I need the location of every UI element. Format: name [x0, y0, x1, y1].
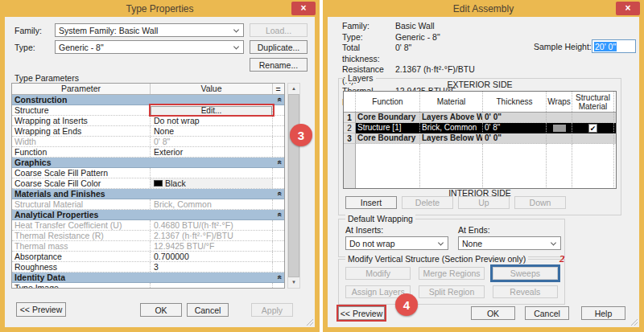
chevron-down-icon — [233, 43, 239, 49]
parameter-name: Thermal mass — [12, 241, 151, 251]
parameter-section-materials-and-finishes[interactable]: Materials and Finishes« — [12, 189, 284, 199]
parameter-row-coarse-scale-fill-color: Coarse Scale Fill ColorBlack — [12, 178, 284, 189]
parameter-value[interactable]: Black — [151, 178, 273, 188]
collapse-chevron-icon[interactable]: « — [275, 275, 283, 280]
equals-cell — [273, 283, 283, 289]
layer-row-1[interactable]: 1Core BoundaryLayers Above Wrap0' 0" — [344, 113, 616, 123]
resize-grip[interactable] — [630, 318, 638, 326]
layer-row-2[interactable]: 2Structure [1]Brick, Common0' 8"✔ — [344, 123, 616, 133]
parameter-row-wrapping-at-ends: Wrapping at EndsNone — [12, 126, 284, 137]
collapse-chevron-icon[interactable]: « — [275, 97, 283, 102]
layer-row-3[interactable]: 3Core BoundaryLayers Below Wrap0' 0" — [344, 133, 616, 144]
preview-toggle-button[interactable]: << Preview — [338, 306, 385, 320]
preview-toggle-button[interactable]: << Preview — [16, 302, 66, 317]
at-inserts-value: Do not wrap — [349, 239, 395, 248]
scrollbar-thumb[interactable] — [288, 94, 299, 277]
parameter-value[interactable]: Exterior — [151, 147, 273, 157]
equals-cell — [273, 252, 283, 261]
edit-structure-button[interactable]: Edit... — [151, 106, 272, 116]
parameter-name: Coarse Scale Fill Pattern — [12, 168, 151, 178]
collapse-chevron-icon[interactable]: « — [275, 212, 283, 217]
scroll-up-icon[interactable]: ▲ — [288, 84, 299, 94]
empty-cell — [344, 144, 356, 189]
merge-regions-button[interactable]: Merge Regions — [419, 267, 484, 280]
delete-button[interactable]: Delete — [402, 196, 453, 209]
parameter-value[interactable]: Edit... — [151, 105, 273, 115]
parameter-value[interactable]: 3 — [151, 262, 273, 272]
parameter-name: Wrapping at Inserts — [12, 116, 151, 125]
parameter-value[interactable]: Do not wrap — [151, 116, 273, 125]
parameter-name: Structural Material — [12, 199, 151, 209]
sample-height-input[interactable]: 20' 0" — [592, 39, 636, 53]
info-row-type: Type: Generic - 8" — [342, 32, 475, 43]
edit-assembly-dialog: Edit Assembly × Family: Basic Wall Type:… — [323, 0, 644, 332]
type-properties-titlebar[interactable]: Type Properties × — [5, 0, 315, 17]
edit-assembly-titlebar[interactable]: Edit Assembly × — [328, 0, 639, 17]
equals-cell — [273, 147, 283, 157]
section-label: Identity Data — [12, 273, 277, 282]
modify-button[interactable]: Modify — [345, 267, 411, 280]
parameter-row-function: FunctionExterior — [12, 147, 284, 158]
ok-button[interactable]: OK — [471, 306, 515, 320]
resize-grip[interactable] — [305, 318, 313, 326]
chevron-down-icon — [551, 240, 556, 245]
parameter-row-wrapping-at-inserts: Wrapping at InsertsDo not wrap — [12, 116, 284, 126]
insert-button[interactable]: Insert — [345, 196, 397, 209]
rename-button[interactable]: Rename... — [250, 58, 308, 72]
dialog-title: Edit Assembly — [453, 3, 514, 14]
apply-button[interactable]: Apply — [251, 303, 293, 317]
structural-material-checkbox[interactable]: ✔ — [588, 124, 597, 133]
parameter-section-identity-data[interactable]: Identity Data« — [12, 273, 284, 283]
empty-cell — [420, 144, 483, 189]
parameter-section-analytical-properties[interactable]: Analytical Properties« — [12, 210, 284, 220]
equals-column-header: = — [273, 84, 283, 94]
close-icon[interactable]: × — [291, 2, 316, 15]
layer-structural-cell — [572, 133, 614, 144]
close-icon[interactable]: × — [616, 2, 640, 15]
layer-wraps-cell — [547, 113, 572, 123]
cancel-button[interactable]: Cancel — [187, 303, 229, 317]
at-ends-select[interactable]: None — [458, 236, 561, 250]
parameter-row-type-image: Type Image — [12, 283, 284, 289]
type-parameters-table: Parameter Value = Construction«Structure… — [11, 83, 303, 289]
equals-cell — [273, 168, 283, 178]
parameter-value[interactable] — [151, 283, 273, 289]
help-button[interactable]: Help — [581, 306, 625, 320]
family-select[interactable]: System Family: Basic Wall — [55, 23, 244, 37]
split-region-button[interactable]: Split Region — [419, 285, 484, 298]
load-button[interactable]: Load... — [250, 23, 308, 37]
thickness-column-header: Thickness — [483, 92, 547, 112]
scroll-down-icon[interactable]: ▼ — [288, 277, 299, 288]
parameter-row-thermal-resistance-r: Thermal Resistance (R)2.1367 (h·ft²·°F)/… — [12, 231, 284, 241]
layers-group: Layers EXTERIOR SIDE Function Material T… — [338, 78, 621, 215]
up-button[interactable]: Up — [458, 196, 510, 209]
row-number-column-header — [344, 92, 356, 112]
wraps-checkbox-disabled — [553, 125, 566, 132]
at-inserts-select[interactable]: Do not wrap — [345, 236, 448, 250]
layer-material: Layers Below Wrap — [420, 133, 483, 144]
parameter-name: Function — [12, 147, 151, 157]
equals-cell — [273, 178, 283, 188]
cancel-button[interactable]: Cancel — [525, 306, 569, 320]
collapse-chevron-icon[interactable]: « — [275, 160, 283, 165]
at-ends-label: At Ends: — [458, 225, 490, 235]
down-button[interactable]: Down — [514, 196, 566, 209]
parameter-value[interactable]: None — [151, 126, 273, 136]
at-ends-value: None — [462, 239, 482, 248]
parameter-value: 2.1367 (h·ft²·°F)/BTU — [151, 231, 273, 240]
collapse-chevron-icon[interactable]: « — [275, 191, 283, 196]
reveals-button[interactable]: Reveals — [493, 285, 558, 298]
parameter-value[interactable] — [151, 168, 273, 178]
ok-button[interactable]: OK — [140, 303, 182, 317]
duplicate-button[interactable]: Duplicate... — [250, 40, 308, 54]
edit-assembly-body: Family: Basic Wall Type: Generic - 8" To… — [328, 17, 639, 327]
parameter-section-graphics[interactable]: Graphics« — [12, 158, 284, 168]
type-select[interactable]: Generic - 8" — [55, 40, 244, 54]
table-header-row: Parameter Value = — [12, 84, 284, 95]
parameter-section-construction[interactable]: Construction« — [12, 95, 284, 105]
table-scrollbar[interactable]: ▲ ▼ — [287, 83, 300, 289]
parameter-row-heat-transfer-coefficient-u: Heat Transfer Coefficient (U)0.4680 BTU/… — [12, 220, 284, 231]
layer-thickness: 0' 0" — [483, 113, 547, 123]
sweeps-button[interactable]: Sweeps — [493, 267, 558, 280]
parameter-value[interactable]: 0.700000 — [151, 252, 273, 261]
